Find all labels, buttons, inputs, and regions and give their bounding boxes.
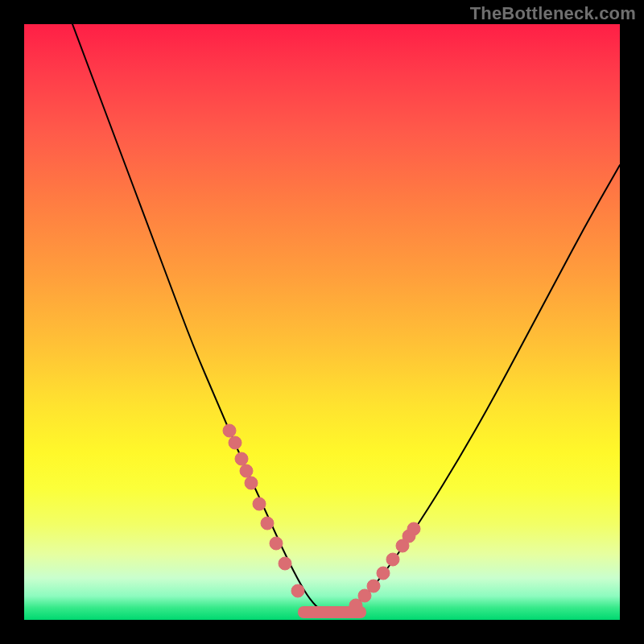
data-dot [223, 424, 236, 437]
data-dot [261, 517, 274, 530]
scatter-dots-left [223, 424, 304, 597]
data-dot [245, 477, 258, 489]
data-dot [240, 464, 253, 477]
data-dot [291, 584, 304, 597]
data-dot [253, 497, 266, 510]
data-dot [367, 580, 380, 592]
data-dot [279, 557, 291, 570]
data-dot [235, 452, 248, 465]
v-curve-line [72, 24, 620, 613]
watermark-text: TheBottleneck.com [470, 3, 636, 24]
scatter-dots-right [349, 522, 420, 612]
data-dot [386, 553, 399, 566]
curve-minimum-bar [298, 606, 366, 618]
chart-stage: TheBottleneck.com [0, 0, 644, 644]
data-dot [377, 567, 390, 580]
data-dot [229, 436, 242, 449]
data-dot [270, 537, 283, 550]
data-dot [407, 522, 420, 535]
chart-overlay [24, 24, 620, 620]
